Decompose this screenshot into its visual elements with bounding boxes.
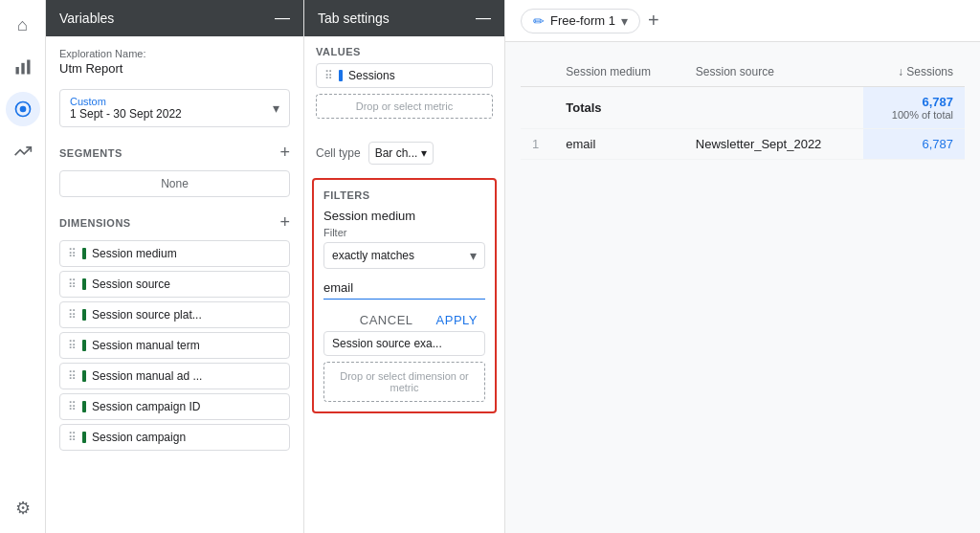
variables-panel-header: Variables — xyxy=(46,0,303,36)
tab-bar: ✏ Free-form 1 ▾ + xyxy=(505,0,980,42)
filter-label: Filter xyxy=(323,227,485,238)
dimension-color-indicator xyxy=(82,370,86,382)
settings-icon[interactable]: ⚙ xyxy=(6,491,40,525)
sessions-col-label: Sessions xyxy=(906,65,953,78)
segments-none: None xyxy=(59,170,290,197)
dimension-label: Session manual term xyxy=(92,339,200,352)
drag-handle-icon: ⠿ xyxy=(68,431,77,444)
dimension-label: Session campaign ID xyxy=(92,400,200,413)
home-icon[interactable]: ⌂ xyxy=(6,8,40,42)
free-form-tab[interactable]: ✏ Free-form 1 ▾ xyxy=(521,9,640,33)
analytics-icon[interactable] xyxy=(6,92,40,126)
dimensions-section-title: DIMENSIONS xyxy=(59,217,131,229)
dimension-label: Session source xyxy=(92,278,170,291)
tab-settings-collapse[interactable]: — xyxy=(476,10,491,27)
cell-type-select[interactable]: Bar ch... ▾ xyxy=(368,142,434,165)
tab-edit-icon: ✏ xyxy=(533,13,545,29)
filters-title: FILTERS xyxy=(323,189,485,201)
table-row: 1 email Newsletter_Sept_2022 6,787 xyxy=(521,129,965,160)
dimension-item[interactable]: ⠿ Session campaign xyxy=(59,424,290,451)
svg-rect-2 xyxy=(27,60,30,75)
drag-handle-icon: ⠿ xyxy=(68,339,77,352)
col-header-sessions[interactable]: ↓ Sessions xyxy=(863,57,965,87)
dimension-color-indicator xyxy=(82,248,86,259)
totals-row: Totals 6,787 100% of total xyxy=(521,87,965,129)
chart-icon[interactable] xyxy=(6,50,40,84)
filters-section: FILTERS Session medium Filter exactly ma… xyxy=(312,178,497,413)
segments-section-title: SEGMENTS xyxy=(59,147,122,159)
dimension-label: Session campaign xyxy=(92,431,186,444)
metric-label: Sessions xyxy=(348,69,395,82)
filter-source-chip[interactable]: Session source exa... xyxy=(323,331,485,356)
dimension-item[interactable]: ⠿ Session medium xyxy=(59,240,290,267)
cell-type-value: Bar ch... xyxy=(375,146,418,160)
filter-apply-button[interactable]: APPLY xyxy=(429,309,485,331)
variables-panel-collapse[interactable]: — xyxy=(275,10,290,27)
filter-condition-dropdown[interactable]: exactly matches ▾ xyxy=(323,242,485,269)
row-source: Newsletter_Sept_2022 xyxy=(684,129,863,160)
dimension-color-indicator xyxy=(82,278,86,290)
drag-handle-icon: ⠿ xyxy=(68,247,77,260)
left-navigation: ⌂ ⚙ xyxy=(0,0,46,533)
date-range-label: Custom xyxy=(70,96,182,107)
filter-condition-chevron: ▾ xyxy=(470,248,477,263)
main-content: ✏ Free-form 1 ▾ + Session medium Session… xyxy=(505,0,980,533)
metric-color-indicator xyxy=(339,70,343,81)
segments-add-button[interactable]: + xyxy=(279,143,290,163)
filter-cancel-button[interactable]: CANCEL xyxy=(352,309,421,331)
cell-type-chevron: ▾ xyxy=(421,146,427,160)
data-table: Session medium Session source ↓ Sessions… xyxy=(521,57,965,160)
cell-type-label: Cell type xyxy=(316,146,361,160)
tab-label: Free-form 1 xyxy=(550,13,615,28)
dimension-item[interactable]: ⠿ Session campaign ID xyxy=(59,393,290,420)
totals-sessions: 6,787 100% of total xyxy=(863,87,965,129)
row-medium: email xyxy=(554,129,684,160)
cell-type-row: Cell type Bar ch... ▾ xyxy=(304,136,504,170)
svg-rect-0 xyxy=(15,67,18,75)
dimension-color-indicator xyxy=(82,432,86,443)
exploration-name-value: Utm Report xyxy=(59,61,290,76)
dimension-color-indicator xyxy=(82,309,86,321)
sessions-metric-chip[interactable]: ⠿ Sessions xyxy=(316,63,493,88)
drag-handle-icon: ⠿ xyxy=(324,69,333,82)
col-header-source: Session source xyxy=(684,57,863,87)
dimension-color-indicator xyxy=(82,401,86,412)
col-header-medium: Session medium xyxy=(554,57,684,87)
totals-sessions-sub: 100% of total xyxy=(875,109,953,121)
dimension-item[interactable]: ⠿ Session manual term xyxy=(59,332,290,359)
dimension-color-indicator xyxy=(82,340,86,351)
target-icon[interactable] xyxy=(6,134,40,168)
col-header-num xyxy=(521,57,554,87)
tab-settings-title: Tab settings xyxy=(318,11,390,26)
tab-settings-panel: Tab settings — VALUES ⠿ Sessions Drop or… xyxy=(304,0,505,533)
drag-handle-icon: ⠿ xyxy=(68,308,77,322)
add-tab-button[interactable]: + xyxy=(648,10,659,32)
values-section-label: VALUES xyxy=(316,46,493,57)
exploration-name-label: Exploration Name: xyxy=(59,48,290,59)
table-container: Session medium Session source ↓ Sessions… xyxy=(505,42,980,533)
drag-handle-icon: ⠿ xyxy=(68,369,77,383)
totals-sessions-value: 6,787 xyxy=(875,95,953,109)
tab-chevron-icon: ▾ xyxy=(621,13,628,29)
totals-label: Totals xyxy=(554,87,863,129)
dimension-item[interactable]: ⠿ Session source xyxy=(59,271,290,298)
svg-point-4 xyxy=(19,106,26,113)
variables-panel-title: Variables xyxy=(59,11,114,26)
row-num: 1 xyxy=(521,129,554,160)
dimension-item[interactable]: ⠿ Session source plat... xyxy=(59,301,290,328)
dimension-label: Session medium xyxy=(92,247,177,260)
svg-rect-1 xyxy=(21,63,24,75)
dimensions-add-button[interactable]: + xyxy=(279,212,290,233)
filter-condition-text: exactly matches xyxy=(332,249,470,262)
filter-value-input[interactable] xyxy=(323,277,485,300)
drop-metric-target[interactable]: Drop or select metric xyxy=(316,94,493,119)
dimension-label: Session manual ad ... xyxy=(92,369,202,383)
date-range-chevron: ▾ xyxy=(273,100,279,116)
filter-actions: CANCEL APPLY xyxy=(323,309,485,331)
dimension-label: Session source plat... xyxy=(92,308,202,322)
drag-handle-icon: ⠿ xyxy=(68,400,77,413)
drop-dimension-target[interactable]: Drop or select dimension or metric xyxy=(323,362,485,402)
dimension-item[interactable]: ⠿ Session manual ad ... xyxy=(59,363,290,389)
date-range-picker[interactable]: Custom 1 Sept - 30 Sept 2022 ▾ xyxy=(59,89,290,127)
totals-row-num xyxy=(521,87,554,129)
